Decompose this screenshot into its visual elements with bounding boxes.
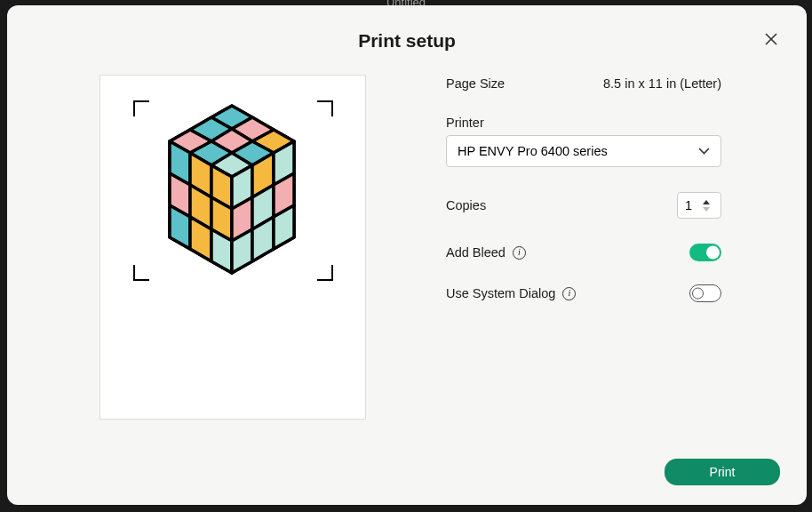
printer-select[interactable]: HP ENVY Pro 6400 series [446,135,721,167]
use-system-dialog-row: Use System Dialog i [446,284,721,302]
stepper-arrows [703,200,710,212]
modal-body: Page Size 8.5 in x 11 in (Letter) Printe… [34,75,780,450]
modal-title: Print setup [34,30,780,52]
preview-image-cube [143,95,321,285]
add-bleed-row: Add Bleed i [446,244,721,261]
stepper-up-icon[interactable] [703,200,710,204]
print-preview [100,75,366,420]
modal-footer: Print [34,459,780,485]
toggle-knob [706,246,720,260]
add-bleed-label-group: Add Bleed i [446,245,526,260]
copies-stepper[interactable] [677,192,721,219]
copies-row: Copies [446,192,721,219]
printer-selected-value: HP ENVY Pro 6400 series [458,144,608,158]
copies-input[interactable] [685,198,703,212]
toggle-knob [692,288,704,300]
printer-label: Printer [446,116,721,130]
info-icon[interactable]: i [513,246,526,260]
close-icon [764,32,778,46]
use-system-dialog-label: Use System Dialog [446,286,555,300]
chevron-down-icon [698,148,710,155]
page-size-row: Page Size 8.5 in x 11 in (Letter) [446,76,721,91]
copies-label: Copies [446,198,486,212]
print-setup-modal: Print setup [7,5,807,505]
page-size-label: Page Size [446,76,505,91]
page-size-value: 8.5 in x 11 in (Letter) [603,76,721,91]
crop-marks [133,100,333,281]
printer-section: Printer HP ENVY Pro 6400 series [446,116,721,167]
settings-panel: Page Size 8.5 in x 11 in (Letter) Printe… [446,75,721,450]
add-bleed-label: Add Bleed [446,245,506,260]
modal-header: Print setup [34,30,780,52]
print-button[interactable]: Print [665,459,780,485]
use-system-dialog-label-group: Use System Dialog i [446,286,576,300]
use-system-dialog-toggle[interactable] [689,284,721,302]
info-icon[interactable]: i [562,287,576,300]
stepper-down-icon[interactable] [703,207,710,212]
add-bleed-toggle[interactable] [689,244,721,261]
close-button[interactable] [759,27,784,52]
